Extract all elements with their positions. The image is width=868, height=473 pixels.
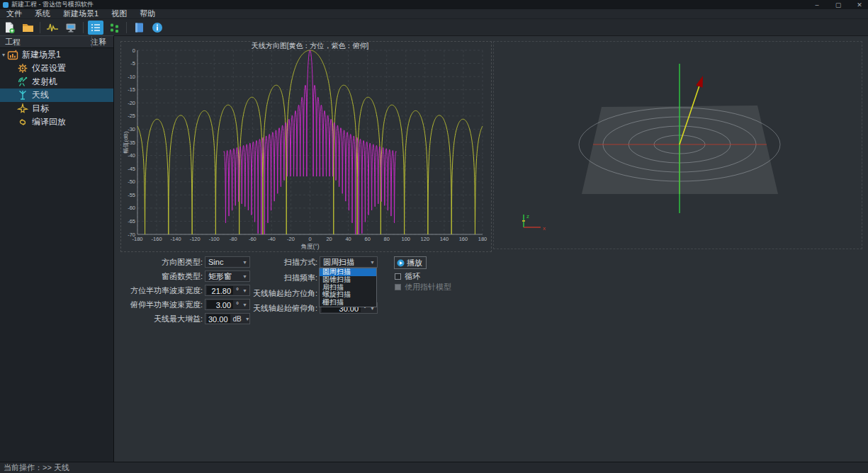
- column-header-note[interactable]: 注释: [91, 37, 106, 47]
- title-bar: 新建工程 - 雷达信号模拟软件 – ▢ ✕: [0, 0, 868, 9]
- svg-text:-15: -15: [128, 86, 135, 93]
- svg-text:60: 60: [364, 236, 370, 242]
- waveform-icon: [46, 21, 59, 34]
- open-project-button[interactable]: [20, 21, 35, 35]
- window-controls: – ▢ ✕: [813, 0, 864, 9]
- tree-item-label: 目标: [32, 103, 49, 115]
- field-elevation-hpbw: 俯仰半功率波束宽度: 3.00 ° ▼: [112, 299, 250, 310]
- field-pattern-type: 方向图类型: Sinc ▼: [112, 256, 250, 268]
- svg-text:-20: -20: [287, 236, 295, 242]
- expand-caret-icon[interactable]: ▾: [0, 52, 7, 58]
- parameter-list-icon: [89, 21, 102, 34]
- parameter-view-button[interactable]: [88, 21, 103, 35]
- svg-text:-160: -160: [152, 236, 162, 242]
- tree-item-仪器设置[interactable]: 仪器设置: [0, 62, 113, 75]
- info-button[interactable]: [150, 21, 165, 35]
- svg-text:-180: -180: [132, 236, 142, 242]
- tree-item-目标[interactable]: 目标: [0, 102, 113, 115]
- tree-item-天线[interactable]: 天线: [0, 89, 113, 102]
- svg-text:-120: -120: [190, 236, 201, 242]
- project-panel-header: 工程 注释: [0, 36, 113, 48]
- svg-text:-10: -10: [128, 74, 135, 80]
- replay-icon: [17, 117, 29, 127]
- notebook-button[interactable]: [131, 21, 147, 35]
- menu-item-2[interactable]: 新建场景1: [57, 9, 105, 18]
- svg-text:-5: -5: [130, 60, 135, 67]
- menu-item-4[interactable]: 帮助: [133, 9, 162, 18]
- tree-item-发射机[interactable]: 发射机: [0, 75, 113, 89]
- y-axis-title: 幅值(dB): [123, 131, 129, 153]
- svg-text:-20: -20: [128, 100, 135, 106]
- dropdown-item-1[interactable]: 圆锥扫描: [320, 276, 376, 284]
- device-button[interactable]: [63, 21, 79, 35]
- field-label: 扫描频率:: [237, 273, 317, 283]
- play-button[interactable]: 播放: [394, 256, 427, 269]
- x-tick-labels: -180-160-140-120-100-80-60-40-2002040608…: [132, 236, 487, 242]
- folder-icon: [21, 21, 34, 34]
- info-icon: [151, 21, 164, 34]
- unit-label: dB: [230, 315, 243, 323]
- field-label: 天线轴起始方位角:: [237, 288, 317, 299]
- mini-axes: z x: [522, 213, 546, 232]
- play-icon: [397, 259, 405, 267]
- svg-text:-50: -50: [128, 178, 135, 185]
- run-points-button[interactable]: [106, 21, 122, 35]
- maximize-button[interactable]: ▢: [834, 1, 842, 8]
- svg-text:-55: -55: [128, 192, 135, 198]
- chevron-down-icon: ▼: [243, 317, 252, 321]
- field-start-azimuth: 天线轴起始方位角:: [237, 287, 317, 299]
- column-divider[interactable]: [91, 36, 92, 47]
- field-label: 扫描方式:: [237, 257, 317, 268]
- field-label: 方位半功率波束宽度:: [112, 285, 203, 296]
- x-axis-label: x: [543, 225, 546, 232]
- checkbox-box: [395, 284, 401, 290]
- app-icon: [3, 2, 9, 8]
- x-axis-title: 角度(°): [300, 243, 319, 250]
- loop-checkbox[interactable]: 循环: [395, 271, 420, 282]
- scan-mode-dropdown: 圆周扫描圆锥扫描扇扫描螺旋扫描栅扫描: [319, 268, 377, 307]
- svg-text:180: 180: [478, 236, 487, 242]
- svg-text:-140: -140: [171, 236, 181, 242]
- status-bar: 当前操作：>> 天线: [0, 462, 868, 473]
- tree-item-label: 天线: [32, 89, 49, 101]
- project-panel: 工程 注释 ▾新建场景1仪器设置发射机天线目标编译回放: [0, 35, 114, 462]
- menu-item-3[interactable]: 视图: [105, 9, 133, 18]
- toolbar-separator: [40, 22, 40, 33]
- menu-item-1[interactable]: 系统: [28, 9, 57, 18]
- antenna-3d-view[interactable]: z x: [493, 41, 862, 249]
- chevron-down-icon: ▼: [368, 260, 377, 265]
- svg-text:20: 20: [326, 236, 332, 242]
- tree-item-编译回放[interactable]: 编译回放: [0, 115, 113, 129]
- field-azimuth-hpbw: 方位半功率波束宽度: 21.80 ° ▼: [112, 285, 250, 296]
- menu-item-0[interactable]: 文件: [0, 9, 28, 18]
- 3d-scene: z x: [494, 42, 862, 249]
- tree-item-label: 编译回放: [32, 116, 66, 128]
- dropdown-item-4[interactable]: 栅扫描: [320, 299, 376, 307]
- minimize-button[interactable]: –: [813, 1, 821, 8]
- new-project-button[interactable]: [1, 21, 17, 35]
- svg-text:-100: -100: [209, 236, 220, 242]
- field-label: 方向图类型:: [112, 257, 203, 268]
- field-label: 天线轴起始俯仰角:: [237, 303, 317, 314]
- svg-text:-80: -80: [230, 236, 237, 242]
- checkbox-box[interactable]: [395, 273, 401, 280]
- field-window-type: 窗函数类型: 矩形窗 ▼: [112, 270, 250, 282]
- project-tree: ▾新建场景1仪器设置发射机天线目标编译回放: [0, 48, 113, 129]
- app-window: 新建工程 - 雷达信号模拟软件 – ▢ ✕ 文件系统新建场景1视图帮助: [0, 0, 868, 473]
- close-button[interactable]: ✕: [855, 1, 864, 8]
- svg-text:-45: -45: [128, 166, 135, 172]
- svg-text:140: 140: [440, 236, 449, 242]
- transmitter-icon: [17, 76, 29, 87]
- toolbar-separator: [126, 22, 127, 33]
- field-scan-frequency: 扫描频率:: [237, 272, 317, 283]
- max-gain-input[interactable]: 30.00 dB ▼: [205, 313, 250, 324]
- tree-item-新建场景1[interactable]: ▾新建场景1: [0, 48, 113, 62]
- scan-mode-select[interactable]: 圆周扫描 ▼: [320, 256, 378, 268]
- toolbar-separator: [83, 22, 84, 33]
- signal-waveform-button[interactable]: [45, 21, 60, 35]
- column-header-project[interactable]: 工程: [0, 37, 91, 47]
- tree-item-label: 发射机: [32, 76, 57, 88]
- tree-item-label: 仪器设置: [32, 62, 66, 74]
- pointer-model-checkbox: 使用指针模型: [395, 282, 451, 292]
- tree-item-label: 新建场景1: [22, 49, 61, 61]
